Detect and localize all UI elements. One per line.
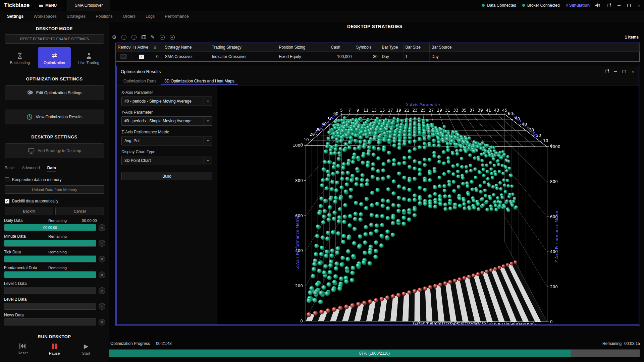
- backfill-auto-row: ✓ Backfill data automatically: [5, 199, 104, 203]
- document-tab[interactable]: SMA Crossover: [67, 0, 110, 11]
- remaining-label: Remaining: [48, 250, 82, 254]
- keep-data-checkbox[interactable]: [5, 177, 9, 182]
- add-strategy-button[interactable]: Add Strategy to Desktop: [5, 143, 104, 158]
- bar-size-cell: 1: [403, 52, 429, 62]
- optimization-progress-info: Optimization Progress 00:21:48 Remaining…: [110, 341, 640, 346]
- nav-tab-orders[interactable]: Orders: [118, 11, 141, 22]
- copy-icon[interactable]: [142, 35, 145, 39]
- tab-advanced[interactable]: Advanced: [22, 166, 40, 172]
- reset-icon: [19, 343, 26, 349]
- start-run-button[interactable]: ▶ Start: [70, 343, 102, 355]
- mode-live-trading[interactable]: Live Trading: [72, 47, 105, 68]
- nav-tab-workspaces[interactable]: Workspaces: [29, 11, 62, 22]
- add-strategy-icon[interactable]: +: [170, 35, 175, 40]
- column-header-position-sizing[interactable]: Position Sizing: [277, 43, 329, 52]
- mode-backtesting[interactable]: Backtesting: [3, 47, 37, 68]
- progress-bar: [4, 287, 96, 294]
- reset-desktop-button[interactable]: RESET DESKTOP TO ENABLE SETTINGS: [5, 34, 104, 44]
- column-header-strategy-name[interactable]: Strategy Name: [163, 43, 210, 52]
- cancel-data-button[interactable]: ×: [99, 303, 105, 310]
- data-row-news-data: News Data×: [4, 313, 105, 325]
- remaining-label: Remaining: [48, 234, 82, 238]
- backfill-button[interactable]: Backfill: [5, 207, 53, 215]
- minimize-button[interactable]: [611, 68, 620, 75]
- cash-cell: 100,000: [329, 52, 354, 62]
- maximize-button[interactable]: [620, 68, 629, 75]
- view-optimization-results-button[interactable]: View Optimization Results: [5, 110, 104, 124]
- optimization-window-titlebar[interactable]: Optimization Results ×: [117, 66, 639, 77]
- display-chart-type-select[interactable]: 3D Point Chart ▼: [121, 156, 212, 165]
- move-up-icon[interactable]: ↑: [131, 35, 137, 40]
- minimize-button[interactable]: [614, 0, 624, 11]
- maximize-button[interactable]: [624, 0, 634, 11]
- tab-basic[interactable]: Basic: [5, 166, 14, 172]
- column-header-cash[interactable]: Cash: [329, 43, 354, 52]
- cancel-data-button[interactable]: ×: [99, 319, 105, 325]
- cancel-data-button[interactable]: ×: [99, 256, 105, 262]
- x-axis-parameter-value: #0 - periods - Simple Moving Average: [122, 99, 204, 104]
- cancel-data-button[interactable]: ×: [99, 272, 105, 278]
- nav-tab-logs[interactable]: Logs: [141, 11, 160, 22]
- is-active-checkbox[interactable]: ✓: [139, 55, 144, 59]
- tab-optimization-runs[interactable]: Optimization Runs: [120, 77, 160, 85]
- column-header-remove[interactable]: Remove: [116, 43, 131, 52]
- cancel-data-button[interactable]: ×: [99, 287, 105, 294]
- table-row[interactable]: ✓0SMA CrossoverIndicator CrossoverFixed …: [116, 52, 640, 62]
- z-axis-metric-value: Avg. PnL: [122, 138, 204, 143]
- close-button[interactable]: ×: [634, 0, 644, 11]
- edit-pencil-icon[interactable]: ✎: [150, 35, 155, 40]
- desktop-strategies-title: DESKTOP STRATEGIES: [109, 24, 641, 29]
- x-axis-parameter-select[interactable]: #0 - periods - Simple Moving Average ▼: [121, 97, 212, 106]
- hourglass-icon: [17, 51, 23, 59]
- gear-icon[interactable]: ⚙: [112, 35, 116, 40]
- unload-data-button[interactable]: Unload Data from Memory: [5, 185, 104, 194]
- remaining-time: 00:03:15: [624, 341, 640, 346]
- y-axis-parameter-select[interactable]: #0 - periods - Simple Moving Average ▼: [121, 116, 212, 126]
- close-button[interactable]: ×: [629, 68, 637, 75]
- data-progress-list: Daily DataRemaining00:00:0000:00:00×Minu…: [0, 218, 109, 325]
- column-header-bar-size[interactable]: Bar Size: [403, 43, 429, 52]
- data-connected-dot: [482, 4, 485, 7]
- cancel-data-button[interactable]: ×: [99, 240, 105, 247]
- backfill-auto-checkbox[interactable]: ✓: [5, 199, 9, 203]
- reset-run-button[interactable]: Reset: [7, 343, 39, 355]
- remove-strategy-icon[interactable]: −: [160, 35, 165, 40]
- optimization-3d-chart[interactable]: [217, 85, 639, 324]
- nav-tab-positions[interactable]: Positions: [91, 11, 118, 22]
- pause-run-button[interactable]: Pause: [39, 343, 70, 355]
- add-strategy-label: Add Strategy to Desktop: [38, 148, 81, 153]
- edit-optimization-settings-button[interactable]: ⚙⚙ Edit Optimization Settings: [5, 85, 104, 100]
- cancel-backfill-button[interactable]: Cancel: [55, 207, 104, 215]
- speaker-icon[interactable]: [595, 3, 600, 8]
- view-results-label: View Optimization Results: [36, 115, 82, 119]
- remove-row-button[interactable]: [120, 54, 127, 59]
- nav-tab-performance[interactable]: Performance: [160, 11, 194, 22]
- column-header-bar-source[interactable]: Bar Source: [429, 43, 640, 52]
- app-window: Tickblaze MENU SMA Crossover Data Connec…: [0, 0, 644, 362]
- remaining-label: Remaining: [48, 266, 82, 270]
- dock-window-button[interactable]: [604, 0, 614, 11]
- column-header-bar-type[interactable]: Bar Type: [380, 43, 403, 52]
- tab-data[interactable]: Data: [47, 166, 56, 172]
- column-header--[interactable]: #: [152, 43, 163, 52]
- mode-optimization[interactable]: ⇄ Optimization: [38, 47, 71, 68]
- column-header-trading-strategy[interactable]: Trading Strategy: [210, 43, 277, 52]
- mode-label: Optimization: [44, 61, 65, 65]
- dock-window-button[interactable]: [602, 68, 611, 75]
- nav-tab-strategies[interactable]: Strategies: [62, 11, 91, 22]
- column-header-is-active[interactable]: Is Active: [131, 43, 152, 52]
- build-button[interactable]: Build: [121, 172, 212, 180]
- nav-tab-settings[interactable]: Settings: [2, 11, 29, 22]
- gears-icon: ⚙⚙: [27, 90, 33, 96]
- z-axis-metric-select[interactable]: Avg. PnL ▼: [121, 136, 212, 145]
- bar-type-cell: Day: [380, 52, 403, 62]
- z-axis-metric-label: Z-Axis Performance Metric: [121, 130, 212, 134]
- strategy-name-link[interactable]: SMA Crossover: [163, 52, 210, 62]
- tab-3d-optimization-charts[interactable]: 3D Optimization Charts and Heat Maps: [161, 77, 238, 85]
- display-chart-type-label: Display Chart Type: [121, 149, 212, 154]
- menu-button[interactable]: MENU: [35, 2, 61, 9]
- column-header-symbols[interactable]: Symbols: [354, 43, 380, 52]
- cancel-data-button[interactable]: ×: [99, 224, 105, 231]
- results-chart-icon: [26, 114, 33, 120]
- move-down-icon[interactable]: ↓: [121, 35, 126, 40]
